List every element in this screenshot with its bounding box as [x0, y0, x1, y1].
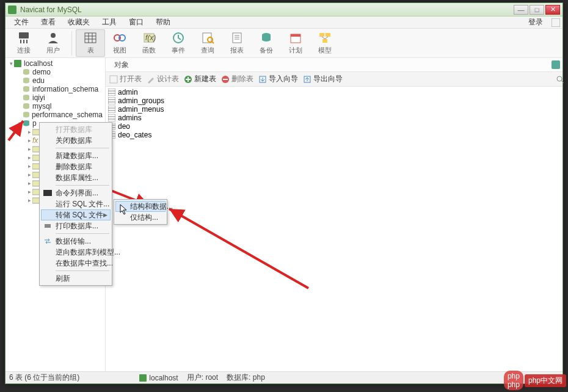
status-server: localhost	[149, 374, 178, 382]
database-open-icon	[23, 120, 30, 127]
status-db-value: php	[253, 373, 265, 382]
tree-server-node[interactable]: ▾ localhost	[5, 59, 105, 68]
object-tab-row: 对象	[106, 58, 563, 72]
toolbar-model-button[interactable]: 模型	[310, 31, 340, 55]
table-name: deo	[118, 122, 130, 131]
ctx-db-props[interactable]: 数据库属性...	[41, 172, 111, 183]
table-row[interactable]: admins	[106, 114, 563, 122]
toolbar-event-button[interactable]: 事件	[164, 31, 193, 55]
ctx-open-db[interactable]: 打开数据库	[41, 124, 111, 135]
server-label: localhost	[24, 59, 53, 68]
ctx-new-db[interactable]: 新建数据库...	[41, 150, 111, 161]
db-label: edu	[32, 76, 45, 85]
ctx-dump-sql[interactable]: 转储 SQL 文件▶	[41, 209, 111, 220]
table-list[interactable]: adminadmin_groupsadmin_menusadminsdeodeo…	[106, 87, 563, 371]
submenu-arrow-icon: ▶	[103, 212, 107, 218]
table-name: admin_menus	[118, 105, 164, 114]
delete-table-button[interactable]: 删除表	[221, 74, 253, 84]
tree-db-node[interactable]: mysql	[5, 102, 105, 111]
table-name: admin_groups	[118, 96, 164, 105]
table-icon	[83, 31, 98, 45]
toolbar-user-button[interactable]: 用户	[38, 31, 68, 55]
db-label: demo	[32, 68, 51, 76]
toolbar-backup-button[interactable]: 备份	[252, 31, 281, 55]
tree-db-node[interactable]: performance_schema	[5, 111, 105, 119]
ctx-reverse[interactable]: 逆向数据库到模型...	[41, 247, 111, 258]
report-icon	[230, 31, 244, 45]
menu-tools[interactable]: 工具	[96, 17, 123, 27]
ctx-print-db[interactable]: 打印数据库...	[41, 220, 111, 231]
import-wizard-button[interactable]: 导入向导	[258, 74, 298, 84]
ctx-run-sql[interactable]: 运行 SQL 文件...	[41, 198, 111, 209]
menu-view[interactable]: 查看	[35, 17, 62, 27]
schedule-icon	[288, 31, 303, 45]
event-icon	[171, 31, 186, 45]
status-user-value: root	[205, 373, 218, 382]
open-table-icon	[109, 75, 118, 84]
login-icon[interactable]	[552, 18, 560, 27]
menu-window[interactable]: 窗口	[123, 17, 150, 27]
tree-db-node[interactable]: edu	[5, 76, 105, 85]
toolbar-table-button[interactable]: 表	[76, 29, 105, 57]
table-row[interactable]: admin_menus	[106, 105, 563, 114]
database-icon	[23, 103, 30, 110]
svg-rect-56	[108, 97, 115, 104]
menu-file[interactable]: 文件	[8, 17, 35, 27]
toolbar-schedule-button[interactable]: 计划	[281, 31, 310, 55]
tab-objects[interactable]: 对象	[108, 58, 135, 72]
search-icon[interactable]	[556, 75, 563, 84]
export-icon	[303, 75, 311, 84]
database-icon	[23, 85, 30, 93]
window-titlebar: Navicat for MySQL — □ ✕	[5, 3, 563, 16]
new-table-button[interactable]: 新建表	[184, 74, 216, 84]
mouse-cursor	[120, 204, 128, 215]
db-label: iqiyi	[32, 93, 45, 102]
export-wizard-button[interactable]: 导出向导	[303, 74, 343, 84]
menu-bar: 文件 查看 收藏夹 工具 窗口 帮助 登录	[5, 16, 563, 29]
ctx-find[interactable]: 在数据库中查找...	[41, 258, 111, 269]
table-row[interactable]: deo	[106, 122, 563, 131]
toolbar-function-button[interactable]: f(x) 函数	[134, 31, 164, 55]
toolbar-connection-button[interactable]: 连接	[9, 31, 38, 55]
ctx-refresh[interactable]: 刷新	[41, 273, 111, 284]
toolbar-report-button[interactable]: 报表	[222, 31, 252, 55]
open-table-button[interactable]: 打开表	[109, 74, 142, 84]
database-icon	[23, 68, 30, 76]
table-icon	[108, 97, 115, 104]
svg-rect-72	[43, 190, 52, 196]
window-minimize-button[interactable]: —	[514, 5, 528, 15]
delete-table-icon	[221, 75, 230, 84]
ctx-delete-db[interactable]: 删除数据库	[41, 161, 111, 172]
design-table-button[interactable]: 设计表	[147, 74, 179, 84]
tree-db-node[interactable]: demo	[5, 68, 105, 76]
login-link[interactable]: 登录	[522, 17, 549, 27]
ctx-close-db[interactable]: 关闭数据库	[41, 135, 111, 146]
tree-db-node[interactable]: information_schema	[5, 85, 105, 93]
view-icon	[112, 31, 127, 45]
window-maximize-button[interactable]: □	[530, 5, 544, 15]
svg-rect-59	[108, 106, 115, 113]
ctx-console[interactable]: 命令列界面...	[41, 187, 111, 198]
table-row[interactable]: admin_groups	[106, 96, 563, 105]
toolbar-view-button[interactable]: 视图	[105, 31, 134, 55]
svg-rect-0	[552, 18, 560, 27]
table-row[interactable]: admin	[106, 88, 563, 96]
tree-db-node[interactable]: iqiyi	[5, 93, 105, 102]
status-user-label: 用户:	[187, 373, 203, 382]
db-context-menu: 打开数据库 关闭数据库 新建数据库... 删除数据库 数据库属性... 命令列界…	[39, 122, 112, 286]
model-icon	[318, 31, 332, 45]
toolbar-query-button[interactable]: 查询	[193, 31, 222, 55]
svg-rect-16	[233, 33, 241, 43]
svg-rect-27	[322, 39, 327, 43]
table-name: admin	[118, 88, 138, 96]
menu-favorites[interactable]: 收藏夹	[62, 17, 96, 27]
server-icon	[14, 60, 21, 67]
tab-corner-icon[interactable]	[552, 60, 560, 69]
window-close-button[interactable]: ✕	[545, 5, 560, 15]
ctx-transfer[interactable]: 数据传输...	[41, 236, 111, 247]
print-icon	[43, 222, 52, 230]
menu-help[interactable]: 帮助	[150, 17, 177, 27]
status-item-count: 6 表 (6 位于当前的组)	[9, 372, 86, 383]
table-row[interactable]: deo_cates	[106, 131, 563, 139]
db-label: mysql	[32, 102, 51, 111]
